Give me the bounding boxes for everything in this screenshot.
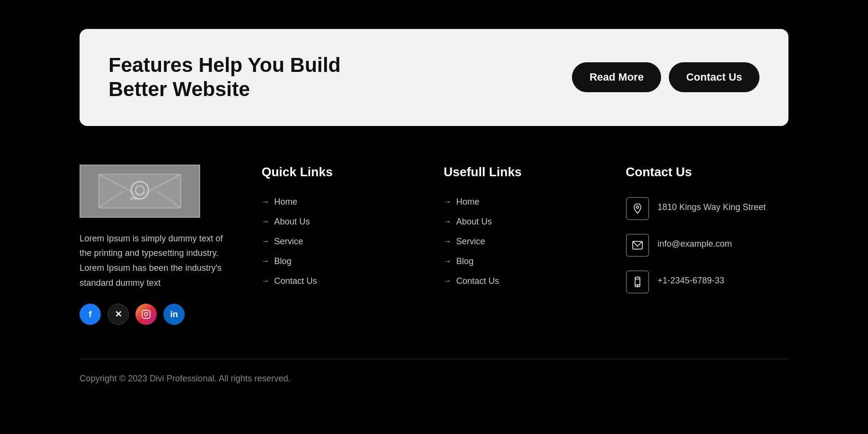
useful-links-list: → Home → About Us → Service → Blog → Con…	[444, 197, 607, 286]
quick-link-blog[interactable]: → Blog	[262, 256, 425, 266]
list-item: → Blog	[262, 256, 425, 266]
arrow-icon: →	[444, 197, 451, 206]
arrow-icon: →	[262, 277, 270, 285]
svg-point-7	[145, 313, 148, 316]
list-item: → Contact Us	[262, 276, 425, 286]
contact-title: Contact Us	[626, 165, 789, 180]
list-item: → Home	[262, 197, 425, 207]
arrow-icon: →	[444, 217, 451, 226]
list-item: → Blog	[444, 256, 607, 266]
useful-link-about[interactable]: → About Us	[444, 217, 607, 227]
contact-email-item: info@example.com	[626, 234, 789, 257]
social-icons: f ✕ in	[80, 304, 243, 325]
contact-address: 1810 Kings Way King Street	[658, 197, 766, 214]
svg-text:DIVI: DIVI	[130, 196, 138, 201]
quick-link-contact[interactable]: → Contact Us	[262, 276, 425, 286]
svg-point-8	[148, 312, 149, 313]
useful-link-blog[interactable]: → Blog	[444, 256, 607, 266]
footer-quick-links-column: Quick Links → Home → About Us → Service …	[262, 165, 425, 325]
quick-links-title: Quick Links	[262, 165, 425, 180]
location-icon	[626, 197, 649, 220]
useful-link-service[interactable]: → Service	[444, 237, 607, 247]
facebook-icon[interactable]: f	[80, 304, 101, 325]
useful-links-title: Usefull Links	[444, 165, 607, 180]
linkedin-icon[interactable]: in	[163, 304, 185, 325]
useful-link-contact[interactable]: → Contact Us	[444, 276, 607, 286]
top-section: Features Help You Build Better Website R…	[0, 0, 868, 126]
list-item: → About Us	[262, 217, 425, 227]
quick-links-list: → Home → About Us → Service → Blog → Con…	[262, 197, 425, 286]
instagram-icon[interactable]	[136, 304, 157, 325]
copyright-text: Copyright © 2023 Divi Professional. All …	[80, 374, 290, 383]
quick-link-home[interactable]: → Home	[262, 197, 425, 207]
x-icon[interactable]: ✕	[108, 304, 129, 325]
footer-useful-links-column: Usefull Links → Home → About Us → Servic…	[444, 165, 607, 325]
arrow-icon: →	[444, 257, 451, 266]
list-item: → Home	[444, 197, 607, 207]
arrow-icon: →	[262, 197, 270, 206]
logo-box: DIVI	[80, 165, 200, 218]
email-icon	[626, 234, 649, 257]
quick-link-about[interactable]: → About Us	[262, 217, 425, 227]
arrow-icon: →	[444, 237, 451, 246]
quick-link-service[interactable]: → Service	[262, 237, 425, 247]
phone-icon	[626, 270, 649, 294]
footer-contact-column: Contact Us 1810 Kings Way King Street	[626, 165, 789, 325]
arrow-icon: →	[262, 237, 270, 246]
svg-rect-6	[142, 310, 150, 319]
footer-logo-column: DIVI Lorem Ipsum is simply dummy text of…	[80, 165, 243, 325]
useful-link-home[interactable]: → Home	[444, 197, 607, 207]
cta-banner: Features Help You Build Better Website R…	[80, 29, 788, 126]
svg-rect-0	[99, 174, 181, 208]
cta-buttons: Read More Contact Us	[572, 62, 760, 92]
footer-description: Lorem Ipsum is simply dummy text of the …	[80, 231, 224, 290]
arrow-icon: →	[444, 277, 451, 285]
list-item: → Service	[262, 237, 425, 247]
contact-items: 1810 Kings Way King Street info@example.…	[626, 197, 789, 294]
svg-point-9	[636, 206, 638, 208]
svg-point-14	[637, 285, 637, 286]
contact-us-button[interactable]: Contact Us	[669, 62, 760, 92]
list-item: → Service	[444, 237, 607, 247]
footer-copyright: Copyright © 2023 Divi Professional. All …	[0, 359, 868, 403]
footer-grid: DIVI Lorem Ipsum is simply dummy text of…	[80, 165, 788, 325]
cta-title: Features Help You Build Better Website	[108, 53, 398, 102]
contact-phone-item: +1-2345-6789-33	[626, 270, 789, 294]
footer: DIVI Lorem Ipsum is simply dummy text of…	[0, 126, 868, 325]
read-more-button[interactable]: Read More	[572, 62, 661, 92]
list-item: → About Us	[444, 217, 607, 227]
list-item: → Contact Us	[444, 276, 607, 286]
arrow-icon: →	[262, 257, 270, 266]
contact-phone: +1-2345-6789-33	[658, 270, 725, 287]
contact-email: info@example.com	[658, 234, 732, 251]
arrow-icon: →	[262, 217, 270, 226]
contact-address-item: 1810 Kings Way King Street	[626, 197, 789, 220]
